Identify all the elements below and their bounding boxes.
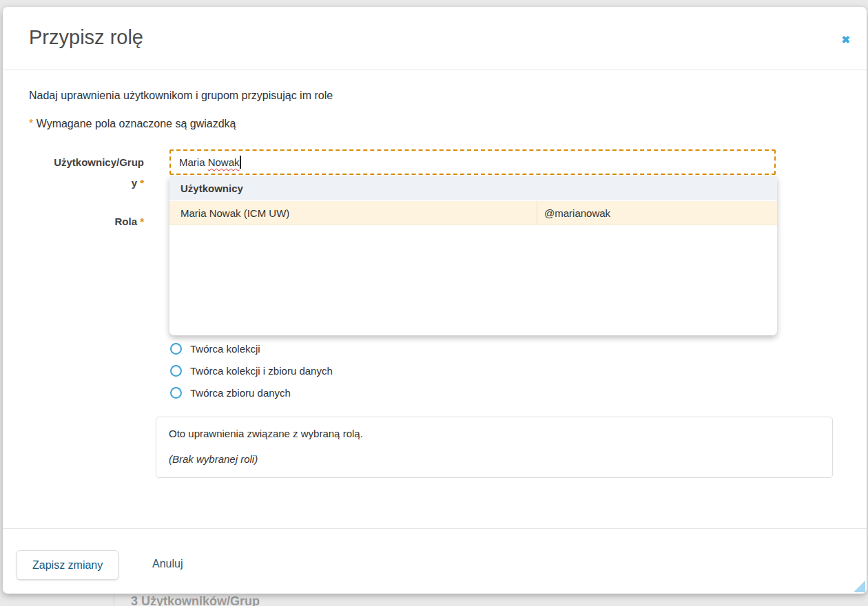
users-groups-input[interactable]: Maria Nowak xyxy=(169,149,776,175)
dropdown-group-header: Użytkownicy xyxy=(169,176,777,201)
permissions-empty-state: (Brak wybranej roli) xyxy=(169,453,820,465)
background-users-count-text: 3 Użytkowników/Grup xyxy=(131,594,260,606)
role-label-text: Rola xyxy=(114,216,140,227)
role-label: Rola * xyxy=(29,211,144,232)
users-groups-label-line2: y xyxy=(132,177,141,189)
radio-option-label: Twórca zbioru danych xyxy=(190,387,291,399)
autocomplete-dropdown: Użytkownicy Maria Nowak (ICM UW) @marian… xyxy=(169,176,777,335)
text-caret xyxy=(240,156,241,169)
modal-title: Przypisz rolę xyxy=(29,26,143,49)
required-note-text: Wymagane pola oznaczone są gwiazdką xyxy=(33,118,236,129)
role-option-collection-creator[interactable]: Twórca kolekcji xyxy=(170,342,260,355)
radio-option-label: Twórca kolekcji xyxy=(190,343,260,355)
input-value-word1: Maria xyxy=(179,156,208,168)
radio-button-icon[interactable] xyxy=(170,343,182,355)
footer-divider xyxy=(3,528,867,529)
background-page-strip xyxy=(0,594,868,606)
required-fields-note: * Wymagane pola oznaczone są gwiazdką xyxy=(29,118,236,130)
close-icon[interactable]: ✖ xyxy=(841,34,850,45)
header-divider xyxy=(3,69,867,70)
role-option-collection-dataset-creator[interactable]: Twórca kolekcji i zbioru danych xyxy=(170,364,333,377)
radio-button-icon[interactable] xyxy=(170,387,182,399)
resize-handle-icon[interactable] xyxy=(854,581,865,592)
users-groups-asterisk: * xyxy=(140,177,144,189)
radio-button-icon[interactable] xyxy=(170,365,182,377)
assign-role-modal: Przypisz rolę ✖ Nadaj uprawnienia użytko… xyxy=(3,7,867,594)
users-groups-label-line1: Użytkownicy/Grup xyxy=(29,152,144,173)
suggestion-name-cell[interactable]: Maria Nowak (ICM UW) xyxy=(169,201,537,224)
radio-option-label: Twórca kolekcji i zbioru danych xyxy=(190,365,333,377)
cancel-button[interactable]: Anuluj xyxy=(152,558,183,570)
role-asterisk: * xyxy=(140,216,144,227)
dropdown-suggestion-row[interactable]: Maria Nowak (ICM UW) @marianowak xyxy=(169,201,777,225)
save-changes-button[interactable]: Zapisz zmiany xyxy=(17,550,118,580)
input-value-word2-misspelled: Nowak xyxy=(208,156,240,168)
users-groups-label: Użytkownicy/Grup y * xyxy=(29,152,144,194)
intro-text: Nadaj uprawnienia użytkownikom i grupom … xyxy=(29,90,333,102)
role-option-dataset-creator[interactable]: Twórca zbioru danych xyxy=(170,386,291,399)
background-table-border xyxy=(114,594,114,606)
suggestion-handle-cell[interactable]: @marianowak xyxy=(537,201,777,224)
permissions-info-box: Oto uprawnienia związane z wybraną rolą.… xyxy=(156,417,833,478)
permissions-description: Oto uprawnienia związane z wybraną rolą. xyxy=(169,428,820,439)
